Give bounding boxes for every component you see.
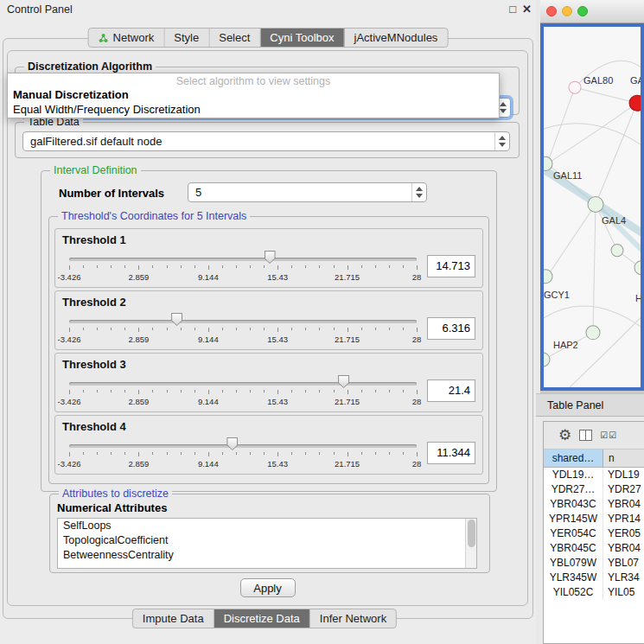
table-row[interactable]: YLR345WYLR34 — [544, 571, 644, 585]
table-row[interactable]: YIL052CYIL05 — [544, 585, 644, 600]
threshold-value-field[interactable]: 21.4 — [427, 379, 475, 402]
network-node-selected-red[interactable] — [629, 95, 641, 111]
network-node[interactable] — [544, 353, 550, 367]
columns-icon[interactable] — [579, 430, 592, 441]
network-node[interactable] — [586, 326, 600, 340]
select-rows-checkbox-icon[interactable]: ☑☑ — [600, 430, 617, 440]
cell-shared-name[interactable]: YER054C — [544, 526, 603, 541]
cell-name[interactable]: YBL07 — [603, 556, 644, 571]
close-icon[interactable]: ✕ — [522, 0, 532, 19]
tick-mark — [194, 328, 195, 330]
threshold-slider[interactable]: -3.4262.8599.14415.4321.71528 — [69, 372, 417, 410]
scale-label: 2.859 — [129, 397, 150, 406]
list-item[interactable]: TopologicalCoefficient — [58, 533, 465, 548]
float-window-icon[interactable]: □ — [509, 0, 516, 19]
slider-thumb[interactable] — [338, 375, 349, 388]
cell-name[interactable]: YPR14 — [603, 512, 644, 526]
table-row[interactable]: YBR045CYBR04 — [544, 541, 644, 556]
slider-track[interactable] — [69, 444, 417, 448]
cell-shared-name[interactable]: YPR145W — [544, 512, 603, 526]
cell-name[interactable]: YDL19 — [603, 468, 644, 482]
list-item[interactable]: SelfLoops — [58, 519, 465, 533]
cell-name[interactable]: YBR04 — [603, 541, 644, 556]
table-row[interactable]: YDL19…YDL19 — [544, 468, 644, 482]
cell-name[interactable]: YIL05 — [603, 585, 644, 600]
numerical-attributes-list[interactable]: SelfLoopsTopologicalCoefficientBetweenne… — [57, 518, 477, 569]
column-header-name[interactable]: n — [603, 450, 644, 467]
cell-shared-name[interactable]: YIL052C — [544, 585, 603, 600]
tick-mark — [167, 265, 168, 268]
tick-mark — [152, 452, 153, 455]
cell-name[interactable]: YDR27 — [603, 482, 644, 497]
tick-mark — [319, 265, 320, 268]
minimize-traffic-light-icon[interactable] — [562, 6, 572, 16]
scale-label: 9.144 — [198, 397, 219, 406]
popup-option-manual-discretization[interactable]: Manual Discretization — [8, 87, 499, 102]
popup-option-equal-width-frequency[interactable]: Equal Width/Frequency Discretization — [8, 102, 499, 117]
threshold-slider[interactable]: -3.4262.8599.14415.4321.71528 — [69, 247, 417, 285]
network-node[interactable] — [588, 196, 603, 212]
slider-track[interactable] — [69, 382, 417, 386]
threshold-slider[interactable]: -3.4262.8599.14415.4321.71528 — [69, 434, 417, 472]
table-row[interactable]: YDR27…YDR27 — [544, 482, 644, 497]
network-node[interactable] — [611, 245, 623, 257]
tab-style[interactable]: Style — [164, 29, 209, 47]
tab-jactivemnodules[interactable]: jActiveMNodules — [345, 29, 448, 47]
network-node[interactable] — [634, 261, 641, 275]
tick-mark — [124, 390, 125, 392]
zoom-traffic-light-icon[interactable] — [577, 6, 588, 16]
number-of-intervals-select[interactable]: 5 — [188, 182, 427, 202]
cell-name[interactable]: YER05 — [603, 526, 644, 541]
tab-label: Discretize Data — [224, 612, 300, 625]
cell-name[interactable]: YBR04 — [603, 497, 644, 512]
close-traffic-light-icon[interactable] — [546, 6, 557, 16]
scrollbar-thumb[interactable] — [468, 520, 475, 547]
gear-icon[interactable]: ⚙ — [558, 428, 571, 443]
tick-mark — [277, 390, 278, 394]
scrollbar[interactable] — [465, 519, 476, 568]
scale-label: 9.144 — [198, 272, 219, 282]
cell-shared-name[interactable]: YBR043C — [544, 497, 603, 512]
tab-network[interactable]: Network — [89, 29, 165, 47]
table-row[interactable]: YER054CYER05 — [544, 526, 644, 541]
tick-mark — [152, 390, 153, 392]
tab-discretize-data[interactable]: Discretize Data — [214, 609, 310, 628]
scale-label: 2.859 — [129, 335, 150, 344]
cell-shared-name[interactable]: YBR045C — [544, 541, 603, 556]
tab-infer-network[interactable]: Infer Network — [310, 609, 396, 628]
slider-thumb[interactable] — [226, 437, 238, 450]
cell-shared-name[interactable]: YLR345W — [544, 571, 603, 585]
threshold-value-field[interactable]: 11.344 — [427, 442, 475, 464]
network-canvas[interactable]: GAL80GAGAL11GAL4GCY1HHAP2 — [540, 23, 644, 391]
list-item[interactable]: BetweennessCentrality — [58, 548, 465, 563]
threshold-value-field[interactable]: 14.713 — [427, 255, 475, 277]
slider-thumb[interactable] — [265, 251, 276, 264]
tab-cyni-toolbox[interactable]: Cyni Toolbox — [260, 29, 344, 47]
tick-mark — [361, 328, 362, 330]
threshold-value-field[interactable]: 6.316 — [427, 317, 475, 340]
tab-label: Cyni Toolbox — [270, 31, 334, 44]
table-row[interactable]: YBL079WYBL07 — [544, 556, 644, 571]
tab-impute-data[interactable]: Impute Data — [133, 609, 214, 628]
table-row[interactable]: YBR043CYBR04 — [544, 497, 644, 512]
tab-select[interactable]: Select — [209, 29, 260, 47]
slider-track[interactable] — [69, 320, 417, 323]
network-node[interactable] — [544, 270, 552, 284]
tab-label: Impute Data — [143, 612, 204, 625]
slider-thumb[interactable] — [171, 313, 182, 326]
slider-track[interactable] — [69, 258, 417, 261]
tick-mark — [305, 328, 306, 330]
cell-shared-name[interactable]: YBL079W — [544, 556, 603, 571]
threshold-slider[interactable]: -3.4262.8599.14415.4321.71528 — [69, 309, 417, 348]
tick-mark — [83, 328, 84, 330]
network-node[interactable] — [569, 81, 581, 93]
column-header-shared-name[interactable]: shared… — [544, 450, 603, 467]
network-node[interactable] — [544, 156, 552, 170]
cell-name[interactable]: YLR34 — [603, 571, 644, 585]
apply-button[interactable]: Apply — [240, 578, 296, 597]
table-data-select[interactable]: galFiltered.sif default node — [22, 131, 510, 151]
cell-shared-name[interactable]: YDL19… — [544, 468, 603, 482]
table-row[interactable]: YPR145WYPR14 — [544, 512, 644, 526]
table-panel-header[interactable]: Table Panel — [536, 393, 644, 417]
cell-shared-name[interactable]: YDR27… — [544, 482, 603, 497]
